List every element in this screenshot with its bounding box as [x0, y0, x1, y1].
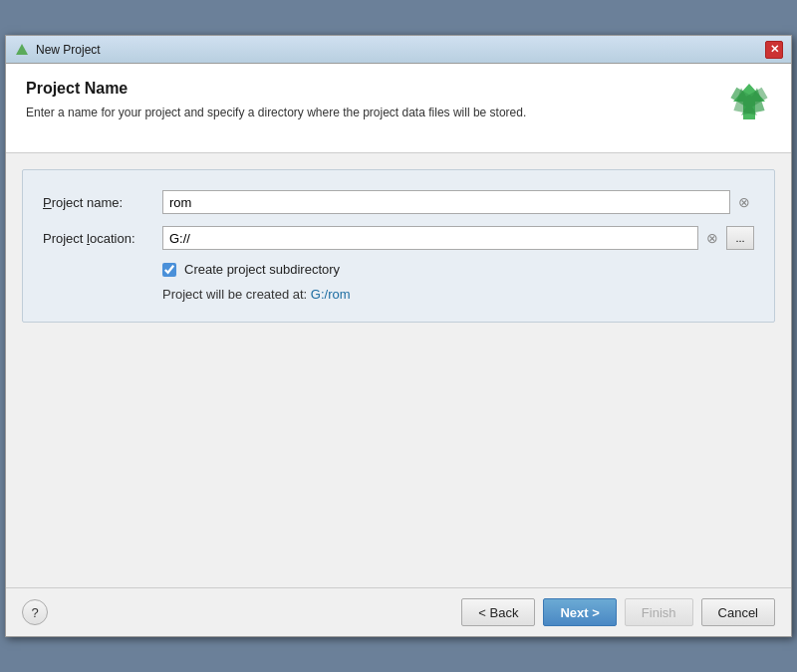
create-subdirectory-label[interactable]: Create project subdirectory: [184, 262, 340, 277]
project-path-value: G:/rom: [311, 287, 351, 302]
finish-button: Finish: [625, 598, 693, 626]
body-filler: [6, 338, 791, 587]
page-description: Enter a name for your project and specif…: [26, 106, 526, 119]
page-title: Project Name: [26, 80, 526, 98]
project-name-row: Project name: ⊗: [43, 190, 754, 214]
project-location-clear-button[interactable]: ⊗: [702, 228, 722, 248]
header-section: Project Name Enter a name for your proje…: [6, 64, 791, 153]
cancel-button[interactable]: Cancel: [701, 598, 775, 626]
project-location-input[interactable]: [162, 226, 698, 250]
svg-marker-0: [16, 44, 28, 55]
footer: ? < Back Next > Finish Cancel: [6, 587, 791, 636]
app-icon: [14, 42, 30, 58]
close-button[interactable]: ✕: [765, 41, 783, 59]
titlebar-left: New Project: [14, 42, 101, 58]
footer-buttons: < Back Next > Finish Cancel: [461, 598, 775, 626]
project-name-label: Project name:: [43, 195, 162, 210]
logo-icon: [727, 80, 771, 123]
header-text: Project Name Enter a name for your proje…: [26, 80, 526, 119]
project-location-label: Project location:: [43, 231, 162, 246]
back-button[interactable]: < Back: [461, 598, 535, 626]
new-project-dialog: New Project ✕ Project Name Enter a name …: [5, 35, 792, 637]
checkbox-row: Create project subdirectory: [43, 262, 754, 277]
help-button[interactable]: ?: [22, 599, 48, 625]
project-location-input-wrapper: ⊗ ...: [162, 226, 754, 250]
next-button[interactable]: Next >: [543, 598, 616, 626]
project-name-clear-button[interactable]: ⊗: [734, 192, 754, 212]
browse-button[interactable]: ...: [726, 226, 754, 250]
project-name-input-wrapper: ⊗: [162, 190, 754, 214]
dialog-content: Project Name Enter a name for your proje…: [6, 64, 791, 636]
project-path-info: Project will be created at: G:/rom: [43, 287, 754, 302]
titlebar: New Project ✕: [6, 36, 791, 64]
footer-left: ?: [22, 599, 48, 625]
project-path-prefix: Project will be created at:: [162, 287, 307, 302]
project-name-input[interactable]: [162, 190, 730, 214]
form-section: Project name: ⊗ Project location: ⊗ ...: [22, 169, 775, 323]
create-subdirectory-checkbox[interactable]: [162, 263, 176, 277]
window-title: New Project: [36, 43, 101, 57]
project-location-row: Project location: ⊗ ...: [43, 226, 754, 250]
